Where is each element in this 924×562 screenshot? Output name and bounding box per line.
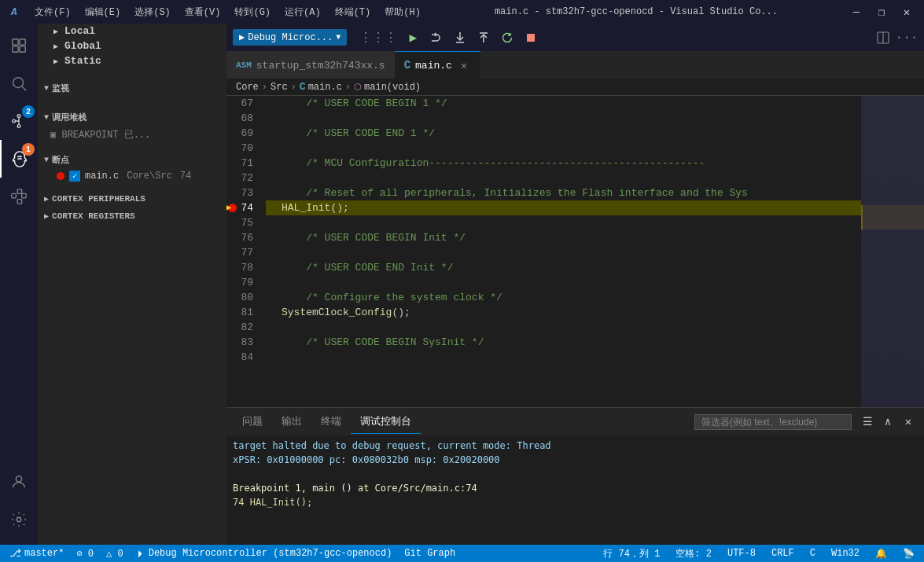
tab-startup[interactable]: ASM startup_stm32h743xx.s bbox=[226, 51, 395, 79]
line-number-67[interactable]: 67 bbox=[226, 96, 260, 111]
split-editor-icon[interactable] bbox=[872, 27, 894, 49]
panel-tab-output[interactable]: 输出 bbox=[272, 410, 311, 434]
cortex-peripherals-header[interactable]: ▶ CORTEX PERIPHERALS bbox=[38, 189, 226, 207]
code-line-80[interactable]: /* Configure the system clock */ bbox=[266, 290, 861, 305]
panel-filter[interactable] bbox=[694, 414, 852, 430]
code-line-79[interactable] bbox=[266, 275, 861, 290]
menu-help[interactable]: 帮助(H) bbox=[378, 4, 427, 20]
activity-debug[interactable]: 1 bbox=[0, 140, 38, 178]
line-number-70[interactable]: 70 bbox=[226, 141, 260, 156]
step-over-button[interactable] bbox=[425, 27, 447, 49]
code-line-78[interactable]: /* USER CODE END Init */ bbox=[266, 260, 861, 275]
panel-tab-problems[interactable]: 问题 bbox=[233, 410, 272, 434]
code-line-73[interactable]: /* Reset of all peripherals, Initializes… bbox=[266, 185, 861, 200]
activity-extensions[interactable] bbox=[0, 178, 38, 215]
restore-button[interactable]: ❐ bbox=[871, 4, 893, 20]
menu-goto[interactable]: 转到(G) bbox=[228, 4, 277, 20]
panel-menu-icon[interactable]: ☰ bbox=[858, 413, 877, 432]
activity-explorer[interactable] bbox=[0, 27, 38, 64]
close-button[interactable]: ✕ bbox=[896, 4, 918, 20]
callstack-header[interactable]: ▼ 调用堆栈 bbox=[38, 107, 226, 127]
menu-terminal[interactable]: 终端(T) bbox=[329, 4, 377, 20]
line-number-83[interactable]: 83 bbox=[226, 335, 260, 350]
debug-config-dropdown[interactable]: ▶ Debug Microc... ▼ bbox=[233, 29, 347, 46]
step-out-button[interactable] bbox=[473, 27, 495, 49]
breadcrumb-core[interactable]: Core bbox=[236, 82, 259, 93]
code-line-77[interactable] bbox=[266, 245, 861, 260]
line-number-74[interactable]: ▶74 bbox=[226, 200, 260, 215]
panel-tab-debug[interactable]: 调试控制台 bbox=[351, 410, 421, 434]
statusbar-platform[interactable]: Win32 bbox=[828, 548, 863, 559]
line-number-82[interactable]: 82 bbox=[226, 320, 260, 335]
code-line-84[interactable] bbox=[266, 350, 861, 365]
continue-button[interactable]: ▶ bbox=[402, 27, 424, 49]
line-number-76[interactable]: 76 bbox=[226, 230, 260, 245]
line-number-71[interactable]: 71 bbox=[226, 156, 260, 171]
code-line-72[interactable] bbox=[266, 171, 861, 185]
line-number-79[interactable]: 79 bbox=[226, 275, 260, 290]
statusbar-git-graph[interactable]: Git Graph bbox=[401, 548, 458, 559]
statusbar-warnings[interactable]: △ 0 bbox=[103, 548, 127, 560]
menu-file[interactable]: 文件(F) bbox=[28, 4, 77, 20]
line-number-84[interactable]: 84 bbox=[226, 350, 260, 365]
stop-button[interactable] bbox=[520, 27, 542, 49]
minimize-button[interactable]: — bbox=[845, 4, 867, 20]
statusbar-encoding[interactable]: UTF-8 bbox=[724, 548, 759, 559]
activity-accounts[interactable] bbox=[0, 463, 38, 501]
line-number-80[interactable]: 80 bbox=[226, 290, 260, 305]
breadcrumb-mainc[interactable]: C main.c bbox=[300, 81, 342, 93]
statusbar-position[interactable]: 行 74，列 1 bbox=[600, 547, 663, 560]
local-item[interactable]: ▶ Local bbox=[38, 24, 226, 39]
global-item[interactable]: ▶ Global bbox=[38, 39, 226, 53]
statusbar-spaces[interactable]: 空格: 2 bbox=[672, 547, 715, 560]
code-line-69[interactable]: /* USER CODE END 1 */ bbox=[266, 126, 861, 141]
statusbar-branch[interactable]: ⎇ master* bbox=[6, 547, 67, 560]
breadcrumb-src[interactable]: Src bbox=[271, 82, 288, 93]
menu-run[interactable]: 运行(A) bbox=[278, 4, 327, 20]
line-number-78[interactable]: 78 bbox=[226, 260, 260, 275]
statusbar-debug[interactable]: ⏵ Debug Microcontroller (stm32h7-gcc-ope… bbox=[133, 548, 396, 560]
monitor-header[interactable]: ▼ 监视 bbox=[38, 78, 226, 97]
code-line-82[interactable] bbox=[266, 320, 861, 335]
tab-main[interactable]: C main.c ✕ bbox=[395, 51, 480, 79]
breadcrumb-mainfn[interactable]: ⬡ main(void) bbox=[354, 82, 421, 93]
static-item[interactable]: ▶ Static bbox=[38, 53, 226, 68]
menu-select[interactable]: 选择(S) bbox=[128, 4, 177, 20]
bp-checkbox[interactable]: ✓ bbox=[69, 171, 80, 182]
cortex-registers-header[interactable]: ▶ CORTEX REGISTERS bbox=[38, 207, 226, 224]
code-line-83[interactable]: /* USER CODE BEGIN SysInit */ bbox=[266, 335, 861, 350]
activity-search[interactable] bbox=[0, 64, 38, 102]
more-actions-icon[interactable]: ··· bbox=[896, 27, 918, 49]
code-line-70[interactable] bbox=[266, 141, 861, 156]
line-number-81[interactable]: 81 bbox=[226, 305, 260, 320]
breakpoints-header[interactable]: ▼ 断点 bbox=[38, 149, 226, 169]
code-line-74[interactable]: HAL_Init(); bbox=[266, 200, 861, 215]
menu-bar[interactable]: 文件(F) 编辑(E) 选择(S) 查看(V) 转到(G) 运行(A) 终端(T… bbox=[28, 4, 427, 20]
statusbar-broadcast[interactable]: 📡 bbox=[900, 548, 918, 560]
code-content[interactable]: /* USER CODE BEGIN 1 */ /* USER CODE END… bbox=[266, 96, 861, 407]
line-number-77[interactable]: 77 bbox=[226, 245, 260, 260]
line-number-72[interactable]: 72 bbox=[226, 171, 260, 185]
panel-expand-icon[interactable]: ∧ bbox=[878, 413, 897, 432]
line-number-68[interactable]: 68 bbox=[226, 111, 260, 126]
code-line-76[interactable]: /* USER CODE BEGIN Init */ bbox=[266, 230, 861, 245]
code-line-71[interactable]: /* MCU Configuration--------------------… bbox=[266, 156, 861, 171]
code-line-75[interactable] bbox=[266, 215, 861, 230]
activity-settings[interactable] bbox=[0, 501, 38, 538]
statusbar-line-ending[interactable]: CRLF bbox=[768, 548, 797, 559]
statusbar-language[interactable]: C bbox=[807, 548, 819, 559]
code-line-67[interactable]: /* USER CODE BEGIN 1 */ bbox=[266, 96, 861, 111]
tab-close-icon[interactable]: ✕ bbox=[457, 58, 471, 72]
line-number-75[interactable]: 75 bbox=[226, 215, 260, 230]
activity-git[interactable]: 2 bbox=[0, 102, 38, 140]
restart-button[interactable] bbox=[496, 27, 518, 49]
code-line-68[interactable] bbox=[266, 111, 861, 126]
panel-close-icon[interactable]: ✕ bbox=[899, 413, 918, 432]
panel-filter-input[interactable] bbox=[694, 414, 852, 430]
menu-edit[interactable]: 编辑(E) bbox=[79, 4, 127, 20]
step-into-button[interactable] bbox=[449, 27, 471, 49]
statusbar-errors[interactable]: ⊘ 0 bbox=[73, 548, 97, 560]
statusbar-notifications[interactable]: 🔔 bbox=[872, 548, 890, 560]
menu-view[interactable]: 查看(V) bbox=[179, 4, 227, 20]
code-line-81[interactable]: SystemClock_Config(); bbox=[266, 305, 861, 320]
